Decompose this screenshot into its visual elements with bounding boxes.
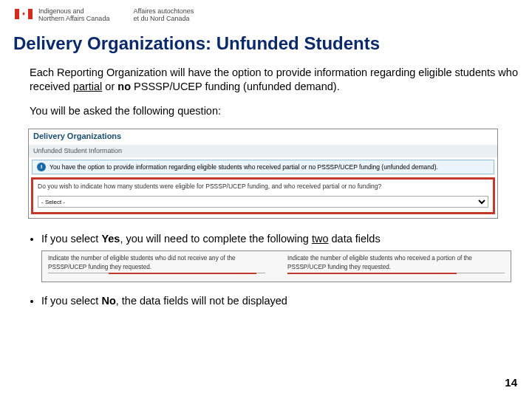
- page-number: 14: [505, 376, 517, 389]
- word-partial: partial: [73, 81, 103, 92]
- panel-subtitle: Unfunded Student Information: [29, 145, 497, 158]
- word-yes: Yes: [101, 233, 120, 245]
- screenshot-question-panel: Delivery Organizations Unfunded Student …: [28, 129, 498, 219]
- dept-fr-1: Affaires autochtones: [133, 7, 194, 15]
- info-banner: i You have the option to provide informa…: [32, 160, 494, 174]
- department-name: Indigenous and Northern Affairs Canada A…: [38, 7, 194, 23]
- question-lead: You will be asked the following question…: [30, 104, 519, 118]
- panel-title: Delivery Organizations: [29, 129, 497, 145]
- highlighted-question-box: Do you wish to indicate how many student…: [31, 177, 495, 214]
- underline-icon: [109, 273, 256, 274]
- info-text: You have the option to provide informati…: [50, 163, 438, 171]
- dept-fr-2: et du Nord Canada: [133, 15, 194, 22]
- funding-question-select[interactable]: - Select -: [38, 196, 488, 208]
- canada-flag-icon: ♦: [15, 9, 33, 19]
- info-icon: i: [37, 163, 46, 171]
- screenshot-two-fields: Indicate the number of eligible students…: [41, 250, 511, 282]
- field-not-receive: Indicate the number of eligible students…: [48, 255, 265, 276]
- underline-icon: [287, 273, 457, 274]
- field-received-portion: Indicate the number of eligible students…: [287, 255, 505, 276]
- page-title: Delivery Organizations: Unfunded Student…: [13, 33, 519, 54]
- bullet-no: If you select No, the data fields will n…: [41, 294, 519, 308]
- bullet-yes: If you select Yes, you will need to comp…: [41, 232, 519, 282]
- word-no-2: No: [101, 295, 115, 307]
- intro-paragraph: Each Reporting Organization will have th…: [30, 66, 519, 94]
- question-text: Do you wish to indicate how many student…: [38, 183, 488, 191]
- word-no: no: [117, 81, 131, 92]
- gov-header: ♦ Indigenous and Northern Affairs Canada…: [13, 7, 519, 23]
- word-two: two: [312, 233, 329, 245]
- dept-en-1: Indigenous and: [38, 7, 109, 15]
- dept-en-2: Northern Affairs Canada: [38, 15, 109, 22]
